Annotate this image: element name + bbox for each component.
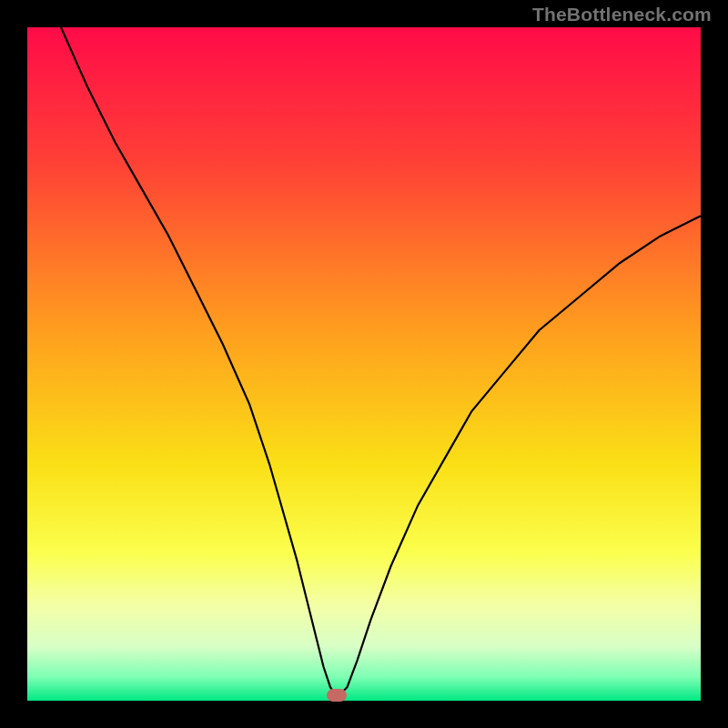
- bottleneck-chart: [27, 27, 701, 701]
- gradient-background: [27, 27, 701, 701]
- chart-frame: TheBottleneck.com: [0, 0, 728, 728]
- watermark-text: TheBottleneck.com: [532, 4, 712, 25]
- optimal-point-marker: [327, 689, 347, 702]
